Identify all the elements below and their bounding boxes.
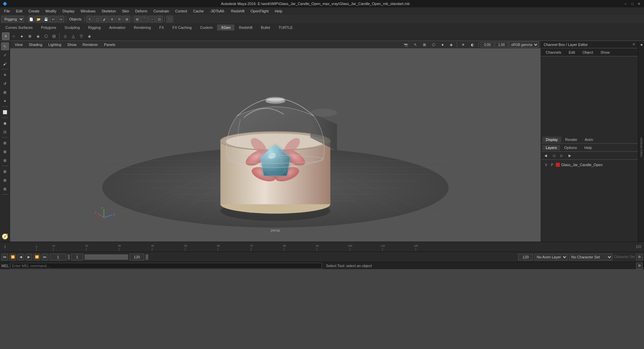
tab-anim[interactable]: Anim xyxy=(581,137,596,143)
next-layer2-btn[interactable]: ▶ xyxy=(567,153,573,159)
symmetry-icon[interactable]: △ xyxy=(69,33,77,40)
lasso-tool-left[interactable]: ⤢ xyxy=(1,51,9,59)
crease-icon[interactable]: ▽ xyxy=(77,33,85,40)
vp-icon-smooth[interactable]: ● xyxy=(439,42,446,47)
menu-redshift[interactable]: Redshift xyxy=(228,8,247,14)
tab-curves-surfaces[interactable]: Curves Surfaces xyxy=(1,24,37,31)
menu-create[interactable]: Create xyxy=(26,8,42,14)
vp-icon-wire[interactable]: ⬡ xyxy=(429,42,438,48)
maximize-button[interactable]: □ xyxy=(630,1,635,6)
tab-display[interactable]: Display xyxy=(542,137,561,143)
menu-help[interactable]: Help xyxy=(272,8,285,14)
soft-select-icon[interactable]: ◇ xyxy=(61,33,69,40)
snap-view-btn[interactable]: ⊡ xyxy=(156,16,163,22)
tab-fx[interactable]: FX xyxy=(155,24,168,31)
vertex-mode-icon[interactable]: ○ xyxy=(10,33,17,40)
vp-menu-show[interactable]: Show xyxy=(65,42,79,47)
timeline[interactable]: 1 5 10 20 30 40 xyxy=(0,242,644,252)
viewport[interactable]: View Shading Lighting Show Renderer Pane… xyxy=(10,41,541,242)
vp-menu-panels[interactable]: Panels xyxy=(101,42,118,47)
attr-collapse-btn[interactable]: ◀ xyxy=(639,42,644,47)
close-panel-btn[interactable]: ✕ xyxy=(632,42,635,47)
vp-menu-renderer[interactable]: Renderer xyxy=(80,42,101,47)
layer-item[interactable]: V P Glass_Jar_Candle_Open xyxy=(542,161,637,168)
snap-icon[interactable]: ⊟ xyxy=(50,33,58,40)
paint-select-btn[interactable]: 🖌 xyxy=(101,16,108,22)
layer-btn-4-left[interactable]: ⊞ xyxy=(1,167,9,176)
next-layer-btn[interactable]: ▷ xyxy=(558,153,565,159)
menu-control[interactable]: Control xyxy=(172,8,190,14)
select-tool-left[interactable]: ↖ xyxy=(1,42,9,50)
subtab-layers[interactable]: Layers xyxy=(542,145,560,150)
vp-icon-texture[interactable]: ◈ xyxy=(447,42,455,48)
scale-tool-btn[interactable]: ⊞ xyxy=(123,16,130,22)
edge-mode-icon[interactable]: ● xyxy=(18,33,25,40)
prev-layer2-btn[interactable]: ◁ xyxy=(550,153,557,159)
tab-object[interactable]: Object xyxy=(579,49,596,55)
layer-btn-3-left[interactable]: ⊞ xyxy=(1,156,9,164)
tab-xgen[interactable]: XGen xyxy=(217,24,234,31)
anim-layer-select[interactable]: No Anim Layer xyxy=(534,254,568,260)
tab-animation[interactable]: Animation xyxy=(105,24,129,31)
menu-file[interactable]: File xyxy=(1,8,13,14)
menu-display[interactable]: Display xyxy=(60,8,77,14)
vp-icon-shadow[interactable]: ◐ xyxy=(468,42,477,48)
vp-icon-select[interactable]: ↖ xyxy=(411,42,420,48)
layer-btn-6-left[interactable]: ⊞ xyxy=(1,185,9,193)
tab-polygons[interactable]: Polygons xyxy=(37,24,60,31)
menu-edit[interactable]: Edit xyxy=(13,8,25,14)
tab-edit[interactable]: Edit xyxy=(565,49,578,55)
tab-redshift[interactable]: Redshift xyxy=(235,24,256,31)
prev-layer-btn[interactable]: ◀ xyxy=(542,153,549,159)
scale-tool-left[interactable]: ⊞ xyxy=(1,88,9,96)
menu-skeleton[interactable]: Skeleton xyxy=(99,8,119,14)
cmd-settings-btn[interactable]: ⚙ xyxy=(636,262,643,269)
char-set-select[interactable]: No Character Set xyxy=(569,254,612,260)
save-scene-btn[interactable]: 💾 xyxy=(43,16,49,22)
paint-tool-left[interactable]: 🖌 xyxy=(1,60,9,68)
vp-menu-lighting[interactable]: Lighting xyxy=(46,42,64,47)
vp-menu-view[interactable]: View xyxy=(12,42,25,47)
command-input[interactable] xyxy=(10,263,322,269)
new-scene-btn[interactable]: 📄 xyxy=(28,16,35,22)
tab-turtle[interactable]: TURTLE xyxy=(274,24,297,31)
vp-icon-light[interactable]: ☀ xyxy=(459,42,468,48)
tab-fxcaching[interactable]: FX Caching xyxy=(168,24,196,31)
frame-range-slider[interactable] xyxy=(85,254,128,260)
undo-btn[interactable]: ↩ xyxy=(50,16,57,22)
subtab-help[interactable]: Help xyxy=(581,145,595,150)
menu-3dtoall[interactable]: -3DToAll- xyxy=(207,8,227,14)
menu-constrain[interactable]: Constrain xyxy=(151,8,172,14)
select-tool-btn[interactable]: ↖ xyxy=(87,16,93,22)
xray-icon[interactable]: ⬡ xyxy=(42,33,50,40)
uvmode-icon[interactable]: ◈ xyxy=(34,33,42,40)
snap-grid-btn[interactable]: ⊞ xyxy=(134,16,141,22)
go-to-end-btn[interactable]: ⏭ xyxy=(42,254,48,260)
layer-pick-toggle[interactable]: P xyxy=(550,162,554,167)
menu-windows[interactable]: Windows xyxy=(78,8,98,14)
go-to-start-btn[interactable]: ⏮ xyxy=(1,254,8,260)
exposure-input[interactable] xyxy=(481,42,494,47)
render-btn[interactable]: ⬛ xyxy=(166,16,173,22)
range-start-input[interactable] xyxy=(71,254,83,260)
select-mode-icon[interactable]: ✕ xyxy=(2,33,9,40)
move-tool-left[interactable]: ✛ xyxy=(1,71,9,79)
vp-icon-grid[interactable]: ⊞ xyxy=(420,42,429,48)
universal-tool-left[interactable]: ✦ xyxy=(1,97,9,105)
sculpt-tool-left[interactable]: ◉ xyxy=(1,119,9,127)
end-frame-input[interactable] xyxy=(518,254,533,260)
layer-btn-1-left[interactable]: ⊞ xyxy=(1,139,9,147)
current-frame-input[interactable] xyxy=(50,254,66,260)
move-tool-btn[interactable]: ✛ xyxy=(109,16,115,22)
close-button[interactable]: ✕ xyxy=(637,1,641,6)
layer-btn-2-left[interactable]: ⊞ xyxy=(1,148,9,156)
open-scene-btn[interactable]: 📂 xyxy=(35,16,42,22)
gamma-input[interactable] xyxy=(495,42,508,47)
layer-btn-5-left[interactable]: ⊞ xyxy=(1,176,9,184)
vp-icon-cam[interactable]: 📷 xyxy=(401,42,411,47)
subdiv-icon[interactable]: ◈ xyxy=(86,33,93,40)
rotate-tool-left[interactable]: ↺ xyxy=(1,80,9,88)
subtab-options[interactable]: Options xyxy=(561,145,580,150)
play-fwd-btn[interactable]: ▶ xyxy=(25,254,32,260)
menu-modify[interactable]: Modify xyxy=(43,8,59,14)
